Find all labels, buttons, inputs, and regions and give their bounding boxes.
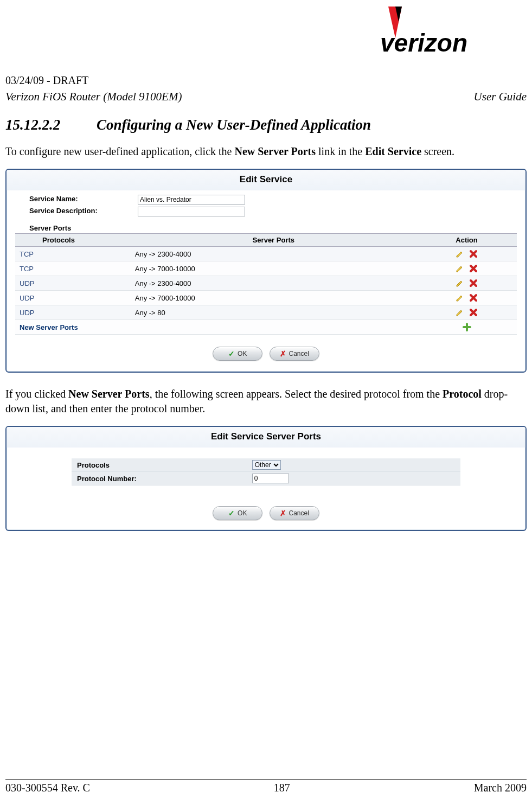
col-action: Action (416, 234, 517, 247)
table-row: UDP Any -> 2300-4000 (15, 276, 517, 291)
table-row: UDP Any -> 7000-10000 (15, 291, 517, 305)
cancel-button[interactable]: ✗Cancel (270, 506, 319, 520)
edit-icon[interactable] (455, 278, 465, 288)
protocols-label: Protocols (72, 458, 247, 472)
server-ports-table: Protocols Server Ports Action TCP Any ->… (15, 233, 517, 335)
edit-icon[interactable] (455, 308, 465, 317)
product-name: Verizon FiOS Router (Model 9100EM) (5, 90, 182, 104)
edit-icon[interactable] (455, 249, 465, 259)
cross-icon: ✗ (280, 349, 286, 358)
protocol-number-input[interactable] (252, 474, 289, 483)
footer-page-number: 187 (274, 782, 290, 794)
ok-button[interactable]: ✓OK (213, 506, 262, 520)
cancel-button[interactable]: ✗Cancel (270, 347, 319, 361)
edit-service-panel: Edit Service Service Name: Service Descr… (5, 169, 527, 373)
draft-label: 03/24/09 - DRAFT (5, 74, 527, 87)
protocol-number-label: Protocol Number: (72, 472, 247, 485)
footer-left: 030-300554 Rev. C (5, 782, 90, 794)
table-row: TCP Any -> 2300-4000 (15, 247, 517, 261)
panel-title: Edit Service Server Ports (7, 427, 525, 448)
protocol-form: Protocols Other Protocol Number: (72, 458, 460, 485)
new-server-ports-row[interactable]: New Server Ports (15, 320, 517, 335)
intro-paragraph-1: To configure new user-defined applicatio… (5, 144, 527, 159)
table-row: UDP Any -> 80 (15, 305, 517, 320)
page-footer: 030-300554 Rev. C 187 March 2009 (5, 779, 527, 794)
delete-icon[interactable] (469, 278, 478, 288)
col-server-ports: Server Ports (131, 234, 416, 247)
intro-paragraph-2: If you clicked New Server Ports, the fol… (5, 387, 527, 416)
service-description-input[interactable] (138, 207, 245, 216)
service-description-label: Service Description: (29, 207, 138, 216)
protocols-select[interactable]: Other (252, 460, 281, 470)
doc-type: User Guide (474, 90, 527, 104)
logo-text: verizon (380, 29, 467, 57)
delete-icon[interactable] (469, 308, 478, 317)
service-name-input[interactable] (138, 195, 245, 205)
edit-icon[interactable] (455, 293, 465, 303)
new-server-ports-link: New Server Ports (15, 320, 131, 335)
col-protocols: Protocols (15, 234, 131, 247)
ok-button[interactable]: ✓OK (213, 347, 262, 361)
table-row: TCP Any -> 7000-10000 (15, 261, 517, 276)
add-icon[interactable] (462, 322, 472, 332)
section-title: Configuring a New User-Defined Applicati… (97, 117, 371, 133)
verizon-logo: verizon (369, 5, 494, 57)
section-number: 15.12.2.2 (5, 117, 60, 133)
check-icon: ✓ (228, 349, 235, 358)
logo-container: verizon (5, 5, 494, 59)
delete-icon[interactable] (469, 264, 478, 273)
cross-icon: ✗ (280, 509, 286, 518)
server-ports-heading: Server Ports (11, 218, 521, 233)
panel-title: Edit Service (7, 170, 525, 190)
delete-icon[interactable] (469, 293, 478, 303)
service-name-label: Service Name: (29, 195, 138, 205)
delete-icon[interactable] (469, 249, 478, 259)
edit-service-server-ports-panel: Edit Service Server Ports Protocols Othe… (5, 426, 527, 531)
check-icon: ✓ (228, 509, 235, 518)
footer-right: March 2009 (474, 782, 527, 794)
edit-icon[interactable] (455, 264, 465, 273)
